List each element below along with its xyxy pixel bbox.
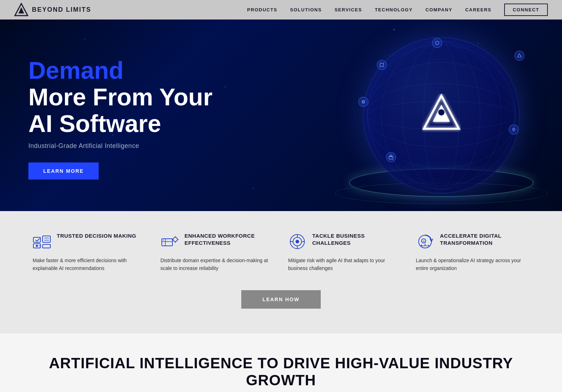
feature-business: TACKLE BUSINESS CHALLENGES Mitigate risk…	[288, 232, 402, 272]
feature-digital: AI ACCELERATE DIGITAL TRANSFORMATION Lau…	[416, 232, 529, 272]
header: BEYOND LIMITS PRODUCTS SOLUTIONS SERVICE…	[0, 0, 562, 20]
nav-technology[interactable]: TECHNOLOGY	[375, 7, 413, 12]
workforce-icon: A I	[160, 232, 179, 251]
logo-text: BEYOND LIMITS	[32, 6, 91, 13]
svg-text:I: I	[167, 239, 167, 241]
features-section: TRUSTED DECISION MAKING Make faster & mo…	[0, 211, 562, 333]
feature-4-header: AI ACCELERATE DIGITAL TRANSFORMATION	[416, 232, 529, 251]
feature-2-desc: Distribute domain expertise & decision-m…	[160, 256, 274, 272]
digital-transform-icon: AI	[416, 232, 434, 251]
hero-demand-word: Demand	[28, 58, 213, 82]
nav-products[interactable]: PRODUCTS	[247, 7, 277, 12]
svg-text:A: A	[163, 239, 164, 241]
feature-4-title: ACCELERATE DIGITAL TRANSFORMATION	[440, 232, 529, 246]
svg-text:AI: AI	[423, 240, 425, 242]
logo[interactable]: BEYOND LIMITS	[14, 3, 91, 17]
feature-trusted-decision: TRUSTED DECISION MAKING Make faster & mo…	[33, 232, 146, 272]
feature-3-title: TACKLE BUSINESS CHALLENGES	[312, 232, 402, 246]
nav-company[interactable]: COMPANY	[425, 7, 452, 12]
feature-3-desc: Mitigate risk with agile AI that adapts …	[288, 256, 402, 272]
svg-point-25	[36, 245, 38, 247]
globe-logo	[420, 92, 463, 134]
hero-subtitle: Industrial-Grade Artificial Intelligence	[28, 142, 213, 150]
hero-headline: More From YourAI Software	[28, 84, 213, 137]
feature-1-title: TRUSTED DECISION MAKING	[57, 232, 136, 239]
float-icon-3	[514, 51, 524, 61]
globe-logo-icon	[422, 94, 461, 133]
svg-point-33	[173, 237, 177, 242]
hero-content: Demand More From YourAI Software Industr…	[0, 51, 213, 180]
learn-how-button[interactable]: LEARN HOW	[241, 290, 321, 309]
feature-2-header: A I ENHANCED WORKFORCE EFFECTIVENESS	[160, 232, 274, 251]
svg-point-12	[435, 41, 439, 45]
bottom-title: ARTIFICIAL INTELLIGENCE TO DRIVE HIGH-VA…	[28, 355, 534, 389]
feature-3-header: TACKLE BUSINESS CHALLENGES	[288, 232, 402, 251]
features-grid: TRUSTED DECISION MAKING Make faster & mo…	[33, 232, 529, 272]
svg-marker-14	[517, 54, 521, 57]
nav-solutions[interactable]: SOLUTIONS	[290, 7, 322, 12]
float-icon-4	[358, 97, 368, 107]
hero-visual	[243, 20, 562, 211]
feature-2-title: ENHANCED WORKFORCE EFFECTIVENESS	[184, 232, 274, 246]
nav-services[interactable]: SERVICES	[335, 7, 362, 12]
svg-point-11	[438, 109, 445, 116]
connect-button[interactable]: CONNECT	[504, 4, 548, 16]
svg-rect-19	[390, 155, 392, 157]
float-icon-6	[386, 152, 396, 162]
svg-point-40	[296, 240, 299, 243]
bottom-section: ARTIFICIAL INTELLIGENCE TO DRIVE HIGH-VA…	[0, 333, 562, 392]
feature-4-desc: Launch & operationalize AI strategy acro…	[416, 256, 529, 272]
svg-rect-22	[43, 236, 50, 242]
svg-point-15	[362, 100, 365, 103]
hero-cta-button[interactable]: LEARN MORE	[28, 162, 99, 180]
feature-1-desc: Make faster & more efficient decisions w…	[33, 256, 146, 272]
hero-section: Demand More From YourAI Software Industr…	[0, 20, 562, 211]
logo-icon	[14, 3, 28, 17]
trusted-decision-icon	[33, 232, 51, 251]
feature-workforce: A I ENHANCED WORKFORCE EFFECTIVENESS Dis…	[160, 232, 274, 272]
svg-rect-27	[43, 244, 50, 248]
float-icon-2	[377, 60, 387, 70]
nav-careers[interactable]: CAREERS	[465, 7, 491, 12]
feature-1-header: TRUSTED DECISION MAKING	[33, 232, 146, 251]
business-challenge-icon	[288, 232, 307, 251]
main-nav: PRODUCTS SOLUTIONS SERVICES TECHNOLOGY C…	[247, 4, 548, 16]
svg-rect-13	[380, 63, 384, 67]
float-icon-1	[432, 38, 442, 48]
globe	[349, 23, 534, 208]
